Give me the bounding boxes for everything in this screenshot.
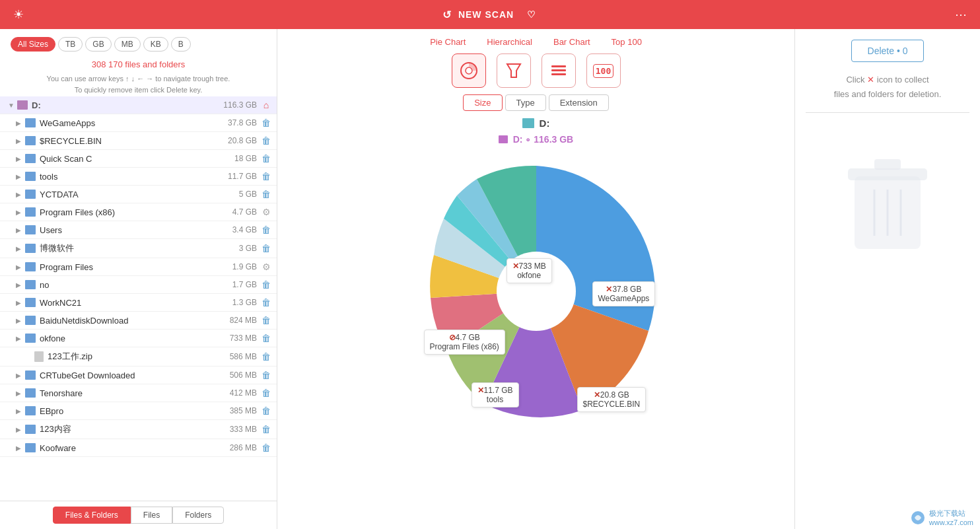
file-item-QuickScan[interactable]: ▶ Quick Scan C 18 GB 🗑 bbox=[0, 150, 277, 168]
file-size-EBpro: 385 MB bbox=[230, 406, 257, 415]
file-name-content123: 123内容 bbox=[40, 423, 225, 435]
file-item-WorkNC21[interactable]: ▶ WorkNC21 1.3 GB 🗑 bbox=[0, 294, 277, 312]
trash-action-icon[interactable]: 🗑 bbox=[261, 388, 271, 398]
filter-tb[interactable]: TB bbox=[58, 37, 83, 52]
file-item-Boweisoft[interactable]: ▶ 博微软件 3 GB 🗑 bbox=[0, 239, 277, 258]
trash-action-icon[interactable]: 🗑 bbox=[261, 370, 271, 380]
trash-action-icon[interactable]: 🗑 bbox=[261, 189, 271, 199]
svg-rect-10 bbox=[874, 159, 901, 170]
gear-action-icon[interactable]: ⚙ bbox=[261, 207, 271, 217]
file-size-RECYCLE: 20.8 GB bbox=[228, 136, 257, 145]
svg-rect-6 bbox=[551, 73, 566, 75]
x-icon: ✕ bbox=[867, 75, 874, 85]
folder-icon-content123 bbox=[25, 425, 36, 434]
chart-drive-label: D: bbox=[540, 118, 550, 129]
tab-folders[interactable]: Folders bbox=[172, 507, 224, 524]
expand-icon: ▶ bbox=[16, 317, 22, 324]
file-name-ProgramFiles: Program Files bbox=[40, 262, 227, 272]
trash-action-icon[interactable]: 🗑 bbox=[261, 442, 271, 453]
file-size-Tenorshare: 412 MB bbox=[230, 388, 257, 398]
tab-top100[interactable]: Top 100 bbox=[608, 36, 646, 48]
view-tab-size[interactable]: Size bbox=[463, 94, 502, 111]
chart-subtitle-icon bbox=[499, 135, 508, 143]
share-icon[interactable]: ⋯ bbox=[955, 7, 967, 22]
trash-action-icon[interactable]: 🗑 bbox=[261, 279, 271, 290]
file-name-Tenorshare: Tenorshare bbox=[40, 388, 225, 398]
folder-icon-QuickScan bbox=[25, 154, 36, 163]
view-tab-type[interactable]: Type bbox=[505, 94, 546, 111]
filter-b[interactable]: B bbox=[171, 37, 191, 52]
file-item-Users[interactable]: ▶ Users 3.4 GB 🗑 bbox=[0, 221, 277, 239]
file-size-Users: 3.4 GB bbox=[232, 225, 257, 234]
file-item-D[interactable]: ▼ D: 116.3 GB ⌂ bbox=[0, 96, 277, 114]
trash-action-icon[interactable]: 🗑 bbox=[261, 351, 271, 362]
trash-action-icon[interactable]: 🗑 bbox=[261, 153, 271, 164]
trash-action-icon[interactable]: 🗑 bbox=[261, 424, 271, 435]
filter-all-sizes[interactable]: All Sizes bbox=[11, 37, 55, 52]
file-item-CRTubeGet[interactable]: ▶ CRTubeGet Downloaded 506 MB 🗑 bbox=[0, 367, 277, 384]
file-item-Tenorshare[interactable]: ▶ Tenorshare 412 MB 🗑 bbox=[0, 384, 277, 402]
folder-icon-WeGameApps bbox=[25, 118, 36, 127]
bottom-tabs: Files & Folders Files Folders bbox=[0, 501, 277, 529]
home-action-icon[interactable]: ⌂ bbox=[261, 100, 271, 110]
file-item-ProgramFiles[interactable]: ▶ Program Files 1.9 GB ⚙ bbox=[0, 258, 277, 276]
tab-hierarchical[interactable]: Hierarchical bbox=[483, 36, 536, 48]
tab-bar-chart[interactable]: Bar Chart bbox=[549, 36, 594, 48]
file-list-wrapper[interactable]: ▼ D: 116.3 GB ⌂ ▶ WeGameApps 37.8 GB 🗑 ▶ bbox=[0, 96, 277, 501]
folder-icon-Boweisoft bbox=[25, 244, 36, 253]
file-item-ProgramFilesX86[interactable]: ▶ Program Files (x86) 4.7 GB ⚙ bbox=[0, 203, 277, 221]
tab-pie-chart[interactable]: Pie Chart bbox=[426, 36, 470, 48]
trash-action-icon[interactable]: 🗑 bbox=[261, 225, 271, 235]
trash-action-icon[interactable]: 🗑 bbox=[261, 135, 271, 146]
file-item-okfone[interactable]: ▶ okfone 733 MB 🗑 bbox=[0, 330, 277, 347]
filter-bar: All Sizes TB GB MB KB B bbox=[0, 29, 277, 57]
tab-files[interactable]: Files bbox=[131, 507, 172, 524]
delete-button[interactable]: Delete • 0 bbox=[851, 40, 925, 62]
file-item-EBpro[interactable]: ▶ EBpro 385 MB 🗑 bbox=[0, 402, 277, 420]
file-item-WeGameApps[interactable]: ▶ WeGameApps 37.8 GB 🗑 bbox=[0, 114, 277, 132]
chart-icon-funnel[interactable] bbox=[497, 53, 531, 88]
sun-icon[interactable]: ☀ bbox=[13, 7, 24, 22]
filter-mb[interactable]: MB bbox=[114, 37, 141, 52]
view-tab-extension[interactable]: Extension bbox=[549, 94, 609, 111]
delete-hint: Click ✕ icon to collect files and folder… bbox=[834, 73, 942, 102]
file-item-YCTDATA[interactable]: ▶ YCTDATA 5 GB 🗑 bbox=[0, 186, 277, 203]
trash-action-icon[interactable]: 🗑 bbox=[261, 297, 271, 308]
chart-icon-bars[interactable] bbox=[542, 53, 576, 88]
heart-icon[interactable]: ♡ bbox=[527, 9, 536, 20]
filter-kb[interactable]: KB bbox=[143, 37, 168, 52]
file-size-QuickScan: 18 GB bbox=[234, 154, 257, 163]
delete-hint-line1: Click ✕ icon to collect bbox=[834, 73, 942, 87]
tab-files-folders[interactable]: Files & Folders bbox=[53, 507, 131, 524]
file-item-BaiduNetdisk[interactable]: ▶ BaiduNetdiskDownload 824 MB 🗑 bbox=[0, 312, 277, 330]
nav-hint: You can use arrow keys ↑ ↓ ← → to naviga… bbox=[0, 72, 277, 96]
trash-action-icon[interactable]: 🗑 bbox=[261, 171, 271, 182]
trash-action-icon[interactable]: 🗑 bbox=[261, 333, 271, 343]
file-item-no[interactable]: ▶ no 1.7 GB 🗑 bbox=[0, 276, 277, 294]
trash-action-icon[interactable]: 🗑 bbox=[261, 315, 271, 326]
new-scan-button[interactable]: ↺ NEW SCAN ♡ bbox=[442, 9, 536, 21]
file-size-okfone: 733 MB bbox=[230, 334, 257, 343]
chart-tooltip-tools: ✕11.7 GBtools bbox=[472, 382, 519, 407]
expand-icon: ▶ bbox=[16, 155, 22, 162]
chart-icon-top100[interactable]: 100 bbox=[586, 53, 621, 88]
file-item-content123[interactable]: ▶ 123内容 333 MB 🗑 bbox=[0, 420, 277, 439]
expand-icon: ▶ bbox=[16, 299, 22, 306]
x-mark-icon: ✕ bbox=[606, 285, 612, 294]
file-name-Koofware: Koofware bbox=[40, 443, 225, 453]
file-size-ProgramFiles: 1.9 GB bbox=[232, 262, 257, 271]
filter-gb[interactable]: GB bbox=[85, 37, 111, 52]
expand-icon: ▼ bbox=[8, 102, 15, 109]
trash-action-icon[interactable]: 🗑 bbox=[261, 243, 271, 254]
chart-icon-pie[interactable] bbox=[452, 53, 486, 88]
file-item-zip123[interactable]: 123工作.zip 586 MB 🗑 bbox=[0, 347, 277, 367]
pie-chart-container: ✕733 MBokfone ✕37.8 GBWeGameApps ✕20.8 G… bbox=[398, 153, 675, 430]
file-item-RECYCLE[interactable]: ▶ $RECYCLE.BIN 20.8 GB 🗑 bbox=[0, 132, 277, 150]
file-item-Koofware[interactable]: ▶ Koofware 286 MB 🗑 bbox=[0, 439, 277, 457]
trash-action-icon[interactable]: 🗑 bbox=[261, 118, 271, 128]
expand-icon: ▶ bbox=[16, 281, 22, 289]
gear-action-icon[interactable]: ⚙ bbox=[261, 262, 271, 272]
file-item-tools[interactable]: ▶ tools 11.7 GB 🗑 bbox=[0, 168, 277, 186]
file-name-Boweisoft: 博微软件 bbox=[40, 242, 234, 254]
trash-action-icon[interactable]: 🗑 bbox=[261, 406, 271, 416]
